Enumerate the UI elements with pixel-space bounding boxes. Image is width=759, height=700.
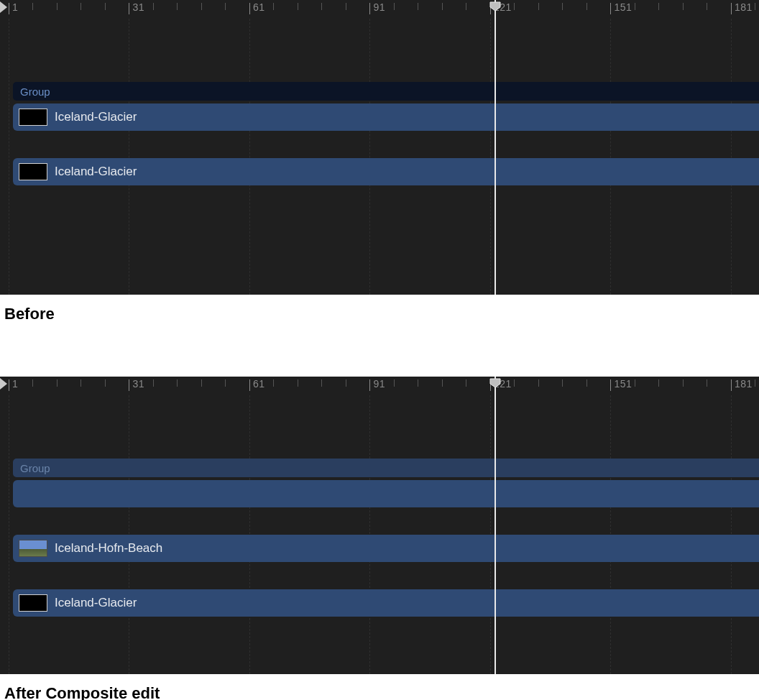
ruler-tick-label: 181 [735,378,753,390]
start-marker-icon [0,378,7,390]
ruler-tick-label: 151 [614,1,632,13]
ruler-tick-minor [321,3,322,10]
ruler-tick-label: 31 [132,1,144,13]
ruler-tick-minor [201,3,202,10]
ruler-tick-major: 61 [249,379,250,391]
ruler-tick-minor [562,379,563,387]
ruler-tick-minor [658,379,659,387]
timeline-panel-after: 1316191121151181 Group Iceland-Hofn-Beac… [0,377,759,674]
ruler-tick-minor [80,379,81,387]
ruler-tick-minor [153,379,154,387]
ruler-tick-minor [538,3,539,10]
ruler-tick-minor [177,3,178,10]
ruler-tick-major: 61 [249,3,250,14]
clip-label: Iceland-Hofn-Beach [55,541,162,556]
ruler-tick-minor [105,3,106,10]
ruler-tick-minor [346,379,346,387]
ruler-tick-label: 61 [253,378,265,390]
timeline-gridline [610,19,611,295]
ruler-tick-minor [32,3,33,10]
ruler-tick-major: 91 [369,3,370,14]
timeline-gridline [9,19,9,295]
ruler-tick-label: 1 [12,378,18,390]
ruler-tick-minor [707,379,707,387]
playhead[interactable] [494,377,496,674]
timeline-gridline [731,19,732,295]
ruler-tick-minor [538,379,539,387]
ruler-tick-minor [586,379,587,387]
ruler-tick-minor [466,379,466,387]
ruler-tick-minor [586,3,587,10]
caption-after: After Composite edit [0,674,759,700]
caption-before: Before [0,295,759,323]
ruler-tick-minor [225,3,226,10]
ruler-tick-major: 151 [610,379,611,391]
ruler-tick-minor [105,379,106,387]
clip-thumbnail [19,594,47,612]
ruler-tick-label: 31 [132,378,144,390]
ruler-tick-minor [514,3,515,10]
ruler-tick-major: 31 [129,3,129,14]
ruler-tick-label: 91 [373,378,385,390]
timeline-gridline [9,395,9,674]
timeline-gridline [129,19,129,295]
ruler-tick-minor [57,3,58,10]
ruler-tick-minor [321,379,322,387]
ruler-tick-label: 151 [614,378,632,390]
ruler-tick-minor [562,3,563,10]
clip-thumbnail [19,163,47,180]
ruler-tick-minor [273,3,274,10]
clip-label: Iceland-Glacier [55,596,137,610]
group-header[interactable]: Group [13,82,759,101]
ruler-tick-minor [514,379,515,387]
ruler-tick-minor [755,3,755,10]
ruler-tick-minor [418,379,418,387]
ruler-tick-minor [298,379,298,387]
timeline-gridline [369,19,370,295]
ruler-tick-minor [755,379,755,387]
ruler-tick-major: 31 [129,379,129,391]
group-label: Group [20,462,50,474]
ruler-tick-minor [298,3,298,10]
ruler-tick-major: 1 [9,379,9,391]
ruler-tick-minor [153,3,154,10]
playhead-handle-icon[interactable] [489,378,501,388]
timeline-clip[interactable]: Iceland-Glacier [13,158,759,185]
timeline-gridline [490,19,491,295]
ruler-tick-minor [346,3,346,10]
group-label: Group [20,86,50,98]
ruler-tick-minor [658,3,659,10]
timeline-clip[interactable] [13,480,759,507]
ruler-tick-minor [80,3,81,10]
ruler-tick-minor [466,3,466,10]
ruler-tick-minor [177,379,178,387]
ruler-tick-major: 91 [369,379,370,391]
group-header[interactable]: Group [13,459,759,477]
ruler-tick-minor [225,379,226,387]
start-marker-icon [0,1,7,13]
clip-thumbnail [19,540,47,557]
clip-label: Iceland-Glacier [55,165,137,179]
ruler-tick-label: 1 [12,1,18,13]
ruler-tick-minor [394,379,395,387]
ruler-tick-label: 91 [373,1,385,13]
ruler-tick-minor [57,379,58,387]
ruler-tick-major: 181 [731,3,732,14]
clip-thumbnail [19,109,47,126]
timeline-ruler[interactable]: 1316191121151181 [0,0,759,19]
timeline-gridline [249,19,250,295]
ruler-tick-minor [418,3,418,10]
ruler-tick-minor [635,379,635,387]
timeline-ruler[interactable]: 1316191121151181 [0,377,759,395]
ruler-tick-minor [707,3,707,10]
ruler-tick-minor [273,379,274,387]
timeline-clip[interactable]: Iceland-Hofn-Beach [13,535,759,562]
ruler-tick-major: 1 [9,3,9,14]
timeline-clip[interactable]: Iceland-Glacier [13,103,759,131]
ruler-tick-minor [442,3,443,10]
ruler-tick-minor [683,379,684,387]
timeline-clip[interactable]: Iceland-Glacier [13,589,759,617]
playhead[interactable] [494,0,496,295]
ruler-tick-label: 61 [253,1,265,13]
playhead-handle-icon[interactable] [489,1,501,11]
